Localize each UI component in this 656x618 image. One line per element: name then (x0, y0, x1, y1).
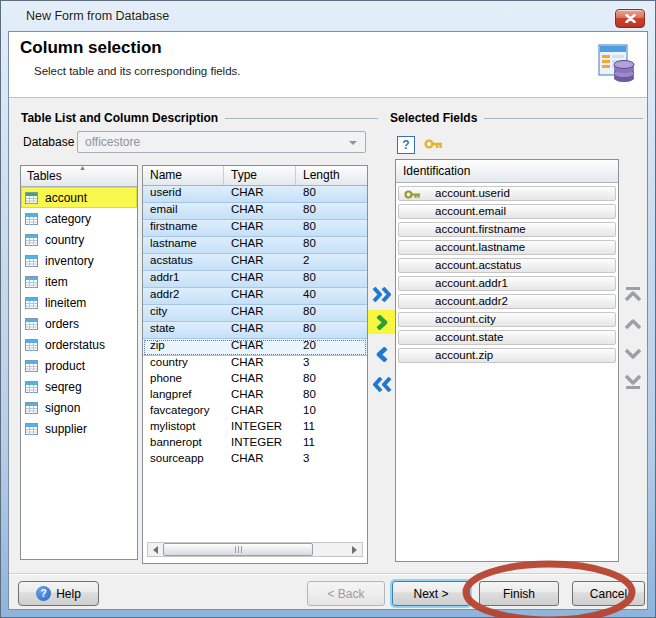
table-icon (25, 423, 38, 435)
column-row-userid[interactable]: useridCHAR80 (143, 186, 367, 203)
column-cell: favcategory (143, 404, 224, 420)
selected-fields-list-header[interactable]: Identification (396, 160, 618, 183)
column-cell: 20 (296, 339, 367, 355)
page-title: Column selection (20, 38, 162, 58)
table-item-signon[interactable]: signon (21, 397, 137, 418)
tables-list: accountcategorycountryinventoryitemlinei… (21, 187, 137, 439)
column-cell: 80 (296, 372, 367, 388)
table-icon (25, 234, 38, 246)
table-item-orderstatus[interactable]: orderstatus (21, 334, 137, 355)
cancel-button[interactable]: Cancel (572, 581, 645, 606)
scroll-right-arrow-icon[interactable] (347, 543, 362, 556)
table-item-country[interactable]: country (21, 229, 137, 250)
key-icon (404, 189, 422, 203)
scrollbar-track[interactable] (163, 543, 347, 556)
column-cell: CHAR (224, 203, 296, 219)
close-button[interactable] (615, 9, 645, 28)
column-cell: 80 (296, 220, 367, 236)
column-row-country[interactable]: countryCHAR3 (143, 356, 367, 372)
group-divider-line (484, 118, 643, 119)
title-bar[interactable]: New Form from Database (2, 2, 654, 31)
column-cell: addr2 (143, 288, 224, 304)
selected-field-account.addr2[interactable]: account.addr2 (398, 294, 616, 309)
scroll-left-arrow-icon[interactable] (148, 543, 163, 556)
selected-field-account.email[interactable]: account.email (398, 204, 616, 219)
selected-field-account.zip[interactable]: account.zip (398, 348, 616, 363)
database-combobox[interactable]: officestore (77, 131, 366, 153)
table-item-product[interactable]: product (21, 355, 137, 376)
table-item-label: seqreg (45, 380, 82, 394)
horizontal-scrollbar[interactable] (147, 542, 363, 557)
selected-field-label: account.userid (435, 187, 510, 199)
column-row-banneropt[interactable]: banneroptINTEGER11 (143, 436, 367, 452)
columns-table-body: useridCHAR80emailCHAR80firstnameCHAR80la… (143, 186, 367, 468)
column-header-length[interactable]: Length (296, 166, 367, 185)
column-row-phone[interactable]: phoneCHAR80 (143, 372, 367, 388)
column-row-lastname[interactable]: lastnameCHAR80 (143, 237, 367, 254)
tables-header-label: Tables (27, 169, 62, 183)
selected-field-account.lastname[interactable]: account.lastname (398, 240, 616, 255)
selected-field-account.firstname[interactable]: account.firstname (398, 222, 616, 237)
table-item-seqreg[interactable]: seqreg (21, 376, 137, 397)
dialog-window: New Form from Database Column selection … (0, 0, 656, 618)
column-row-city[interactable]: cityCHAR80 (143, 305, 367, 322)
column-row-zip[interactable]: zipCHAR20 (143, 339, 367, 356)
window-title: New Form from Database (26, 9, 169, 23)
column-cell: CHAR (224, 254, 296, 270)
tables-list-header[interactable]: Tables ▲ (21, 166, 137, 187)
table-item-supplier[interactable]: supplier (21, 418, 137, 439)
column-row-langpref[interactable]: langprefCHAR80 (143, 388, 367, 404)
column-cell: acstatus (143, 254, 224, 270)
add-all-fields-button[interactable] (368, 282, 396, 306)
column-cell: addr1 (143, 271, 224, 287)
next-button[interactable]: Next > (392, 581, 470, 606)
column-row-mylistopt[interactable]: mylistoptINTEGER11 (143, 420, 367, 436)
column-row-state[interactable]: stateCHAR80 (143, 322, 367, 339)
group-table-list-title: Table List and Column Description (21, 111, 218, 125)
column-row-email[interactable]: emailCHAR80 (143, 203, 367, 220)
column-cell: 3 (296, 356, 367, 372)
key-icon[interactable] (424, 138, 444, 153)
table-item-lineitem[interactable]: lineitem (21, 292, 137, 313)
columns-table-header-row[interactable]: Name Type Length (143, 166, 367, 186)
selected-field-account.city[interactable]: account.city (398, 312, 616, 327)
table-item-inventory[interactable]: inventory (21, 250, 137, 271)
table-item-label: inventory (45, 254, 94, 268)
column-row-favcategory[interactable]: favcategoryCHAR10 (143, 404, 367, 420)
column-row-firstname[interactable]: firstnameCHAR80 (143, 220, 367, 237)
table-item-orders[interactable]: orders (21, 313, 137, 334)
column-row-sourceapp[interactable]: sourceappCHAR3 (143, 452, 367, 468)
add-field-button[interactable] (368, 310, 396, 334)
column-row-addr2[interactable]: addr2CHAR40 (143, 288, 367, 305)
finish-button[interactable]: Finish (479, 581, 559, 606)
wizard-header: Column selection Select table and its co… (9, 32, 647, 98)
selected-field-account.userid[interactable]: account.userid (398, 186, 616, 201)
move-to-top-button[interactable] (622, 284, 644, 304)
help-button[interactable]: ? Help (18, 581, 99, 606)
table-item-label: item (45, 275, 68, 289)
column-header-name[interactable]: Name (143, 166, 224, 185)
double-chevron-left-icon (372, 377, 392, 392)
move-up-button[interactable] (622, 314, 644, 334)
selected-field-account.acstatus[interactable]: account.acstatus (398, 258, 616, 273)
column-header-type[interactable]: Type (224, 166, 296, 185)
field-help-button[interactable]: ? (397, 136, 415, 154)
table-icon (25, 402, 38, 414)
remove-field-button[interactable] (368, 342, 396, 366)
selected-field-account.addr1[interactable]: account.addr1 (398, 276, 616, 291)
group-table-list: Table List and Column Description (21, 110, 378, 126)
remove-all-fields-button[interactable] (368, 372, 396, 396)
column-row-acstatus[interactable]: acstatusCHAR2 (143, 254, 367, 271)
table-item-account[interactable]: account (21, 187, 137, 208)
move-down-button[interactable] (622, 344, 644, 364)
help-button-label: Help (56, 587, 81, 601)
column-cell: 80 (296, 186, 367, 202)
back-button[interactable]: < Back (307, 581, 385, 606)
table-item-item[interactable]: item (21, 271, 137, 292)
column-cell: CHAR (224, 404, 296, 420)
column-row-addr1[interactable]: addr1CHAR80 (143, 271, 367, 288)
table-item-category[interactable]: category (21, 208, 137, 229)
selected-field-account.state[interactable]: account.state (398, 330, 616, 345)
move-to-bottom-button[interactable] (622, 372, 644, 392)
scrollbar-thumb[interactable] (163, 543, 313, 556)
